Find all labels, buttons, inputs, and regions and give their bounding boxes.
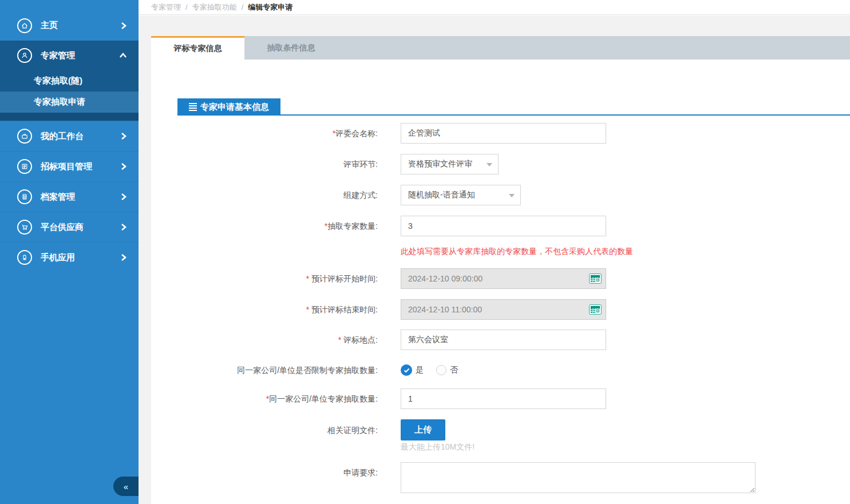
same-company-count-label: *同一家公司/单位专家抽取数量: bbox=[151, 388, 378, 409]
limit-same-company-label: 同一家公司/单位是否限制专家抽取数量: bbox=[151, 360, 378, 380]
sidebar-subitem-label: 专家抽取申请 bbox=[34, 97, 85, 108]
sidebar-item-tender-project[interactable]: 招标项目管理 bbox=[0, 151, 139, 181]
sidebar-item-archive[interactable]: 档案管理 bbox=[0, 181, 139, 212]
sidebar-item-label: 平台供应商 bbox=[41, 222, 84, 233]
breadcrumb-separator: / bbox=[242, 3, 244, 11]
chevron-down-icon bbox=[487, 163, 492, 166]
calendar-icon[interactable] bbox=[589, 304, 602, 315]
sidebar: 主页 专家管理 专家抽取(随) 专家抽取申请 bbox=[0, 0, 139, 504]
sidebar-group-expert-management: 专家管理 专家抽取(随) 专家抽取申请 bbox=[0, 41, 139, 121]
radio-yes-label: 是 bbox=[416, 365, 424, 375]
chevron-right-icon bbox=[120, 193, 127, 201]
breadcrumb-level2[interactable]: 专家抽取功能 bbox=[192, 2, 237, 13]
same-company-count-input[interactable] bbox=[401, 388, 606, 409]
list-icon bbox=[189, 103, 197, 111]
breadcrumb-separator: / bbox=[185, 3, 188, 11]
location-input[interactable] bbox=[401, 330, 606, 350]
formation-method-select[interactable]: 随机抽取-语音通知 bbox=[401, 185, 521, 205]
radio-no-label: 否 bbox=[450, 365, 458, 375]
chevron-right-icon bbox=[120, 132, 127, 140]
limit-same-company-radio-group: 是 否 bbox=[401, 364, 458, 376]
radio-option-no[interactable]: 否 bbox=[436, 365, 458, 375]
end-time-field[interactable]: 2024-12-10 11:00:00 bbox=[401, 299, 606, 320]
sidebar-item-label: 主页 bbox=[41, 20, 58, 31]
requirements-textarea[interactable] bbox=[401, 462, 756, 493]
page-background-gutter bbox=[139, 36, 151, 504]
sidebar-item-workbench[interactable]: 我的工作台 bbox=[0, 121, 139, 151]
archive-icon bbox=[17, 189, 32, 204]
end-time-label: * 预计评标结束时间: bbox=[151, 299, 378, 320]
expert-count-label: *抽取专家数量: bbox=[151, 216, 378, 236]
expert-count-hint: 此处填写需要从专家库抽取的专家数量，不包含采购人代表的数量 bbox=[401, 247, 633, 257]
section-title: 专家申请基本信息 bbox=[200, 102, 269, 113]
mobile-app-icon bbox=[17, 250, 32, 265]
sidebar-item-label: 手机应用 bbox=[41, 252, 75, 263]
chevron-up-icon bbox=[119, 52, 127, 59]
breadcrumb-level1[interactable]: 专家管理 bbox=[151, 2, 181, 13]
workbench-icon bbox=[17, 129, 32, 144]
upload-hint: 最大能上传10M文件! bbox=[401, 442, 475, 453]
tab-label: 抽取条件信息 bbox=[267, 43, 315, 53]
tab-expert-info[interactable]: 评标专家信息 bbox=[151, 36, 244, 59]
formation-method-value: 随机抽取-语音通知 bbox=[408, 190, 475, 200]
page: 主页 专家管理 专家抽取(随) 专家抽取申请 bbox=[0, 0, 850, 504]
breadcrumb-current: 编辑专家申请 bbox=[248, 2, 292, 13]
committee-name-label: *评委会名称: bbox=[151, 123, 378, 144]
review-stage-label: 评审环节: bbox=[151, 154, 378, 174]
start-time-field[interactable]: 2024-12-10 09:00:00 bbox=[401, 268, 606, 289]
sidebar-subitem-label: 专家抽取(随) bbox=[34, 76, 82, 86]
expert-count-input[interactable] bbox=[401, 216, 606, 236]
upload-button[interactable]: 上传 bbox=[401, 419, 445, 440]
section-header: 专家申请基本信息 bbox=[177, 98, 850, 116]
sidebar-item-expert-management[interactable]: 专家管理 bbox=[0, 41, 139, 70]
calendar-icon[interactable] bbox=[589, 273, 602, 284]
sidebar-item-label: 专家管理 bbox=[41, 50, 75, 61]
sidebar-item-home[interactable]: 主页 bbox=[0, 10, 139, 41]
section-title-tab: 专家申请基本信息 bbox=[177, 98, 280, 116]
radio-unchecked-icon bbox=[436, 365, 446, 375]
sidebar-subitem-expert-extraction-request[interactable]: 专家抽取申请 bbox=[0, 92, 139, 113]
start-time-label: * 预计评标开始时间: bbox=[151, 268, 378, 289]
review-stage-value: 资格预审文件评审 bbox=[408, 159, 472, 169]
chevron-right-icon bbox=[120, 162, 127, 170]
radio-option-yes[interactable]: 是 bbox=[401, 364, 424, 376]
sidebar-top-spacer bbox=[0, 0, 139, 10]
breadcrumb: 专家管理 / 专家抽取功能 / 编辑专家申请 bbox=[139, 0, 850, 15]
tab-extraction-conditions[interactable]: 抽取条件信息 bbox=[244, 36, 338, 59]
formation-method-label: 组建方式: bbox=[151, 185, 378, 205]
start-time-value: 2024-12-10 09:00:00 bbox=[408, 274, 483, 283]
location-label: * 评标地点: bbox=[151, 330, 378, 350]
tender-project-icon bbox=[17, 159, 32, 174]
collapse-left-icon: « bbox=[124, 482, 128, 491]
chevron-right-icon bbox=[120, 253, 127, 261]
sidebar-group-footer bbox=[0, 113, 139, 121]
end-time-value: 2024-12-10 11:00:00 bbox=[408, 305, 482, 314]
review-stage-select[interactable]: 资格预审文件评审 bbox=[401, 154, 499, 174]
tab-label: 评标专家信息 bbox=[174, 43, 222, 54]
sidebar-item-mobile-app[interactable]: 手机应用 bbox=[0, 242, 139, 272]
certificate-label: 相关证明文件: bbox=[151, 420, 378, 440]
page-background-band bbox=[139, 15, 850, 36]
committee-name-input[interactable] bbox=[401, 123, 606, 144]
supplier-cart-icon bbox=[17, 220, 32, 235]
sidebar-item-label: 我的工作台 bbox=[41, 131, 84, 142]
sidebar-collapse-button[interactable]: « bbox=[113, 477, 139, 496]
chevron-right-icon bbox=[120, 223, 127, 231]
expert-icon bbox=[17, 48, 32, 63]
requirements-label: 申请要求: bbox=[151, 462, 378, 483]
chevron-down-icon bbox=[509, 194, 515, 197]
chevron-right-icon bbox=[120, 22, 127, 30]
home-icon bbox=[17, 18, 32, 33]
sidebar-item-label: 档案管理 bbox=[41, 192, 75, 203]
radio-checked-icon bbox=[401, 364, 412, 376]
sidebar-subitem-expert-extraction[interactable]: 专家抽取(随) bbox=[0, 70, 139, 92]
sidebar-item-label: 招标项目管理 bbox=[41, 161, 92, 172]
sidebar-item-supplier[interactable]: 平台供应商 bbox=[0, 212, 139, 242]
